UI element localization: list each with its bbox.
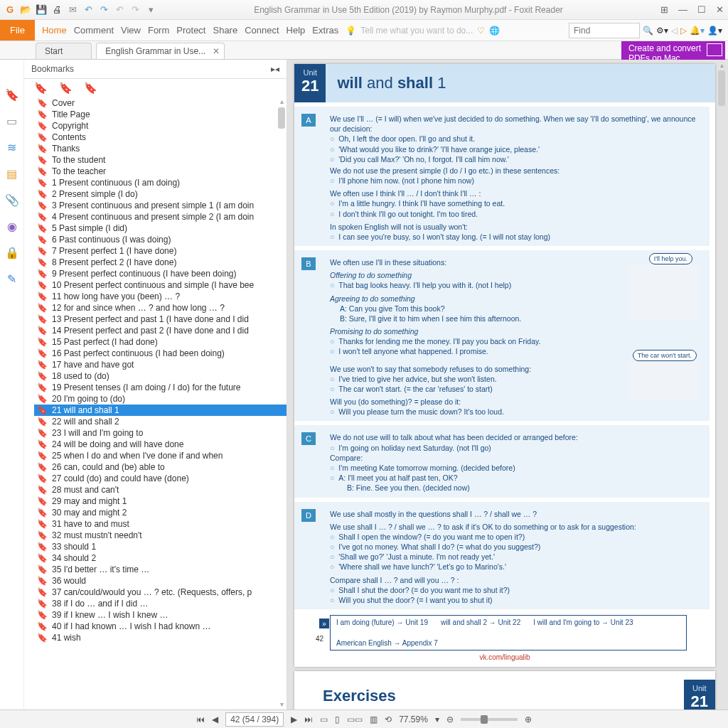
file-button[interactable]: File (0, 20, 35, 41)
redo2-icon[interactable]: ↷ (129, 4, 141, 16)
bookmark-item[interactable]: 🔖14 Present perfect and past 2 (I have d… (34, 325, 287, 336)
dropdown-icon[interactable]: ▾ (145, 4, 156, 16)
tab-home[interactable]: Home (42, 25, 67, 36)
bookmark-item[interactable]: 🔖To the student (34, 154, 287, 166)
bookmarks-scrollbar[interactable]: ▴▾ (277, 97, 287, 708)
first-page-icon[interactable]: ⏮ (196, 714, 205, 724)
bookmark-item[interactable]: 🔖11 how long have you (been) … ? (34, 291, 287, 302)
bookmark-item[interactable]: 🔖Thanks (34, 143, 287, 154)
tell-me-prompt[interactable]: 💡 Tell me what you want to do... ♡ 🌐 (346, 20, 569, 41)
pane-collapse-icon[interactable]: ▸◂ (271, 64, 279, 74)
layers-icon[interactable]: ≋ (7, 141, 16, 154)
bm-expand-icon[interactable]: 🔖 (84, 82, 97, 95)
bookmark-item[interactable]: 🔖2 Present simple (I do) (34, 188, 287, 200)
bookmark-item[interactable]: 🔖32 must mustn't needn't (34, 530, 287, 541)
find-input[interactable] (569, 23, 640, 38)
document-viewport[interactable]: ▴ Unit 21 will and shall 1 A We use I'll… (287, 60, 728, 710)
print-icon[interactable]: 🖨 (51, 4, 63, 16)
view-single-icon[interactable]: ▭ (320, 714, 328, 724)
bookmark-item[interactable]: 🔖Contents (34, 132, 287, 143)
bookmark-item[interactable]: 🔖5 Past simple (I did) (34, 223, 287, 234)
undo-icon[interactable]: ↶ (82, 4, 94, 16)
bookmark-item[interactable]: 🔖19 Present tenses (I am doing / I do) f… (34, 382, 287, 393)
bookmark-item[interactable]: 🔖37 can/could/would you … ? etc. (Reques… (34, 587, 287, 598)
bookmark-item[interactable]: 🔖9 Present perfect continuous (I have be… (34, 268, 287, 279)
bm-delete-icon[interactable]: 🔖 (34, 82, 48, 95)
tab-connect[interactable]: Connect (245, 25, 279, 36)
bookmark-item[interactable]: 🔖1 Present continuous (I am doing) (34, 177, 287, 188)
tab-close-icon[interactable]: ✕ (213, 46, 220, 56)
bookmark-item[interactable]: 🔖Cover (34, 97, 287, 109)
bookmark-item[interactable]: 🔖39 if I knew … I wish I knew … (34, 609, 287, 621)
bookmark-item[interactable]: 🔖7 Present perfect 1 (I have done) (34, 245, 287, 257)
bookmark-item[interactable]: 🔖21 will and shall 1 (34, 405, 287, 416)
nav-next-icon[interactable]: ▷ (680, 26, 687, 36)
bookmark-item[interactable]: 🔖Title Page (34, 109, 287, 120)
bookmark-item[interactable]: 🔖24 will be doing and will have done (34, 439, 287, 450)
bookmark-item[interactable]: 🔖26 can, could and (be) able to (34, 461, 287, 473)
view-facing-icon[interactable]: ▭▭ (347, 714, 363, 724)
prev-page-icon[interactable]: ◀ (212, 714, 218, 724)
bookmark-item[interactable]: 🔖15 Past perfect (I had done) (34, 336, 287, 348)
bookmark-item[interactable]: 🔖34 should 2 (34, 552, 287, 564)
mail-icon[interactable]: ✉ (67, 4, 78, 16)
bookmark-item[interactable]: 🔖36 would (34, 575, 287, 587)
bookmark-item[interactable]: 🔖16 Past perfect continuous (I had been … (34, 348, 287, 359)
nav-prev-icon[interactable]: ◁ (671, 26, 678, 36)
bookmark-item[interactable]: 🔖38 if I do … and if I did … (34, 598, 287, 609)
last-page-icon[interactable]: ⏭ (304, 714, 313, 724)
bookmarks-icon[interactable]: 🔖 (5, 88, 19, 102)
bookmark-item[interactable]: 🔖To the teacher (34, 166, 287, 177)
tab-view[interactable]: View (121, 25, 141, 36)
pages-icon[interactable]: ▭ (6, 114, 17, 128)
bookmark-item[interactable]: 🔖13 Present perfect and past 1 (I have d… (34, 314, 287, 325)
tab-form[interactable]: Form (148, 25, 169, 36)
open-icon[interactable]: 📂 (20, 4, 31, 16)
minimize-icon[interactable]: — (678, 4, 687, 15)
tab-help[interactable]: Help (287, 25, 306, 36)
bookmark-item[interactable]: 🔖3 Present continuous and present simple… (34, 200, 287, 211)
document-scrollbar[interactable]: ▴ (717, 61, 727, 708)
bookmark-item[interactable]: 🔖4 Present continuous and present simple… (34, 211, 287, 223)
tab-start[interactable]: Start (36, 43, 92, 59)
bookmark-item[interactable]: 🔖30 may and might 2 (34, 507, 287, 518)
signatures-icon[interactable]: ✎ (7, 272, 16, 286)
redo-icon[interactable]: ↷ (98, 4, 109, 16)
tab-protect[interactable]: Protect (176, 25, 205, 36)
comments-icon[interactable]: ▤ (6, 167, 17, 181)
stamps-icon[interactable]: ◉ (7, 220, 17, 233)
zoom-slider[interactable] (461, 718, 518, 721)
page-indicator[interactable]: 42 (54 / 394) (225, 712, 284, 727)
bookmark-item[interactable]: 🔖23 I will and I'm going to (34, 427, 287, 439)
bookmark-item[interactable]: 🔖41 wish (34, 632, 287, 643)
bookmark-item[interactable]: 🔖Copyright (34, 120, 287, 132)
zoom-dropdown-icon[interactable]: ▾ (435, 714, 439, 724)
bookmark-item[interactable]: 🔖35 I'd better … it's time … (34, 564, 287, 575)
bookmark-item[interactable]: 🔖29 may and might 1 (34, 496, 287, 507)
thumbnails-icon[interactable]: ⊞ (660, 4, 668, 15)
view-cont-facing-icon[interactable]: ▥ (370, 714, 378, 724)
user-icon[interactable]: 👤▾ (707, 26, 722, 36)
bookmark-item[interactable]: 🔖27 could (do) and could have (done) (34, 473, 287, 484)
bookmark-item[interactable]: 🔖20 I'm going to (do) (34, 393, 287, 405)
save-icon[interactable]: 💾 (36, 4, 47, 16)
bookmark-item[interactable]: 🔖6 Past continuous (I was doing) (34, 234, 287, 245)
document-scroll-thumb[interactable] (718, 70, 725, 106)
bookmark-item[interactable]: 🔖10 Present perfect continuous and simpl… (34, 279, 287, 291)
bookmark-item[interactable]: 🔖33 should 1 (34, 541, 287, 552)
bookmark-item[interactable]: 🔖8 Present perfect 2 (I have done) (34, 257, 287, 268)
attachments-icon[interactable]: 📎 (5, 193, 19, 207)
bookmark-item[interactable]: 🔖17 have and have got (34, 359, 287, 370)
bookmark-item[interactable]: 🔖12 for and since when … ? and how long … (34, 302, 287, 314)
view-continuous-icon[interactable]: ▯ (335, 714, 340, 724)
bookmark-item[interactable]: 🔖28 must and can't (34, 484, 287, 496)
bm-add-icon[interactable]: 🔖 (59, 82, 73, 95)
search-icon[interactable]: 🔍 (643, 26, 653, 36)
zoom-out-icon[interactable]: ⊖ (446, 714, 454, 724)
tab-document[interactable]: English Grammar in Use... ✕ (96, 43, 225, 59)
bell-icon[interactable]: 🔔▾ (690, 26, 705, 36)
close-icon[interactable]: ✕ (716, 4, 724, 15)
bookmark-item[interactable]: 🔖18 used to (do) (34, 370, 287, 382)
undo2-icon[interactable]: ↶ (114, 4, 125, 16)
bookmark-item[interactable]: 🔖31 have to and must (34, 518, 287, 530)
